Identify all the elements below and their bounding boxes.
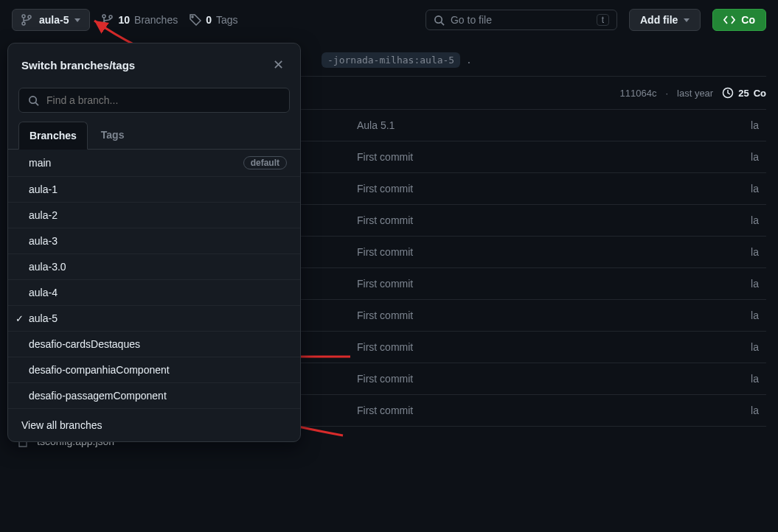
svg-point-6	[29, 96, 36, 102]
code-button[interactable]: Co	[712, 9, 766, 31]
branches-label: Branches	[134, 14, 178, 26]
search-icon	[28, 95, 39, 106]
branches-link[interactable]: 10 Branches	[102, 14, 178, 26]
branch-selector-button[interactable]: aula-5	[12, 9, 90, 31]
search-icon	[434, 15, 445, 26]
add-file-button[interactable]: Add file	[629, 9, 701, 31]
view-all-branches[interactable]: View all branches	[8, 409, 300, 441]
branch-item[interactable]: aula-4	[8, 280, 300, 306]
tab-tags[interactable]: Tags	[91, 122, 135, 149]
branch-name: aula-1	[29, 183, 58, 195]
branch-name: desafio-passagemComponent	[29, 390, 167, 402]
code-label: Co	[741, 14, 755, 26]
branch-name: main	[29, 157, 51, 169]
svg-point-1	[103, 22, 105, 25]
branch-item[interactable]: desafio-cardsDestaques	[8, 332, 300, 357]
commits-link[interactable]: 25 Co	[722, 87, 766, 99]
branch-item[interactable]: ✓aula-5	[8, 306, 300, 332]
branch-name: aula-3.0	[29, 261, 66, 273]
search-placeholder: Go to file	[451, 14, 492, 26]
branch-item[interactable]: aula-2	[8, 203, 300, 228]
commit-age: last year	[677, 88, 713, 99]
tag-icon	[190, 14, 201, 26]
commit-age: la	[751, 278, 760, 290]
branch-icon	[21, 14, 33, 26]
branch-item[interactable]: aula-1	[8, 177, 300, 203]
commits-suffix: Co	[754, 88, 766, 99]
branch-item[interactable]: maindefault	[8, 150, 300, 177]
branch-name: aula-4	[29, 287, 58, 298]
tags-label: Tags	[216, 14, 238, 26]
branch-item[interactable]: aula-3	[8, 228, 300, 254]
commit-age: la	[751, 151, 760, 163]
add-file-label: Add file	[640, 14, 678, 26]
svg-point-2	[109, 15, 112, 18]
check-icon: ✓	[15, 313, 24, 324]
close-icon[interactable]: ✕	[270, 54, 287, 76]
default-badge: default	[243, 156, 287, 169]
svg-point-0	[103, 15, 105, 18]
branch-name: desafio-companhiaComponent	[29, 364, 170, 376]
branch-name: desafio-cardsDestaques	[29, 338, 140, 350]
tab-branches[interactable]: Branches	[18, 122, 88, 150]
go-to-file-input[interactable]: Go to file t	[426, 10, 617, 30]
branch-selector-label: aula-5	[39, 14, 69, 26]
branches-count: 10	[118, 14, 130, 26]
commit-age: la	[751, 246, 760, 258]
sep: ·	[665, 88, 668, 99]
dropdown-title: Switch branches/tags	[21, 59, 135, 71]
chevron-down-icon	[684, 18, 690, 22]
commit-age: la	[751, 309, 760, 321]
code-icon	[723, 14, 735, 26]
find-branch-input[interactable]	[18, 88, 290, 113]
svg-point-4	[435, 15, 442, 22]
branch-item[interactable]: desafio-companhiaComponent	[8, 357, 300, 383]
commit-age: la	[751, 214, 760, 226]
commit-hash[interactable]: 111064c	[620, 88, 657, 99]
svg-point-3	[192, 16, 193, 18]
commit-age: la	[751, 373, 760, 385]
branch-dropdown: Switch branches/tags ✕ Branches Tags mai…	[7, 43, 301, 442]
find-branch-field[interactable]	[46, 94, 280, 106]
chevron-down-icon	[74, 18, 80, 22]
path-chip: -jornada-milhas:aula-5	[322, 52, 460, 68]
commits-count: 25	[738, 88, 749, 99]
branch-item[interactable]: desafio-passagemComponent	[8, 383, 300, 409]
path-dot: .	[466, 55, 472, 66]
tags-count: 0	[206, 14, 212, 26]
branch-name: aula-5	[29, 312, 58, 324]
branch-name: aula-2	[29, 209, 58, 221]
commit-age: la	[751, 341, 760, 353]
tags-link[interactable]: 0 Tags	[190, 14, 237, 26]
commit-age: la	[751, 119, 760, 131]
branch-item[interactable]: aula-3.0	[8, 254, 300, 280]
branch-name: aula-3	[29, 235, 58, 247]
commit-age: la	[751, 405, 760, 416]
branch-icon	[102, 14, 114, 26]
search-hotkey: t	[597, 14, 609, 26]
history-icon	[722, 87, 734, 99]
commit-age: la	[751, 183, 760, 195]
